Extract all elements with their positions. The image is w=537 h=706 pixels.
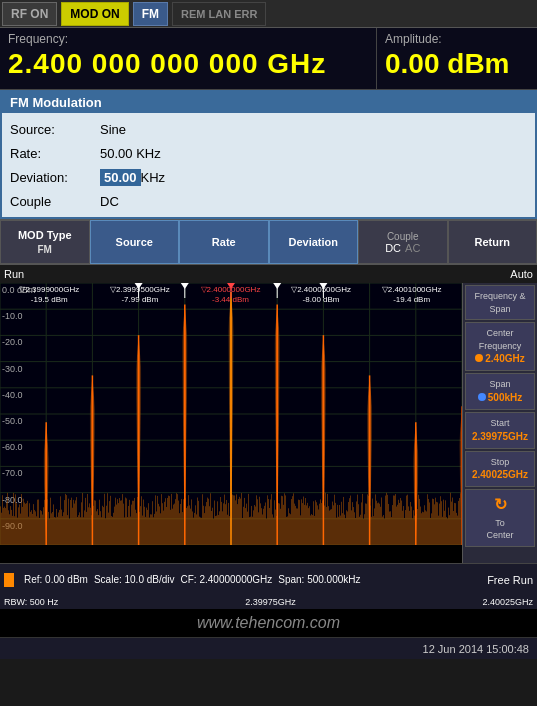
stop-title: Stop: [468, 456, 532, 469]
fm-params: Source: Sine Rate: 50.00 KHz Deviation: …: [2, 113, 535, 217]
span-button[interactable]: Span 500kHz: [465, 373, 535, 410]
spectrum-area: Run Auto ▽2.3999000GHz -19.5 dBm ▽2.3999…: [0, 265, 537, 563]
fm-couple-row: Couple DC: [10, 189, 527, 213]
fm-rate-value: 50.00 KHz: [100, 146, 161, 161]
spectrum-top-bar: Run Auto: [0, 265, 537, 283]
center-freq-val: 2.40GHz: [485, 353, 524, 364]
fm-couple-label: Couple: [10, 194, 100, 209]
stop-freq-label: 2.40025GHz: [482, 597, 533, 607]
deviation-button[interactable]: Deviation: [269, 220, 359, 264]
amplitude-section: Amplitude: 0.00 dBm: [377, 28, 537, 89]
start-freq-label: 2.39975GHz: [245, 597, 296, 607]
datetime-text: 12 Jun 2014 15:00:48: [423, 643, 529, 655]
mod-type-label: MOD Type: [18, 228, 72, 242]
fm-button[interactable]: FM: [133, 2, 168, 26]
center-freq-dot: [475, 354, 483, 362]
fm-source-value: Sine: [100, 122, 126, 137]
frequency-section: Frequency: 2.400 000 000 000 GHz: [0, 28, 377, 89]
status-bar: Ref: 0.00 dBm Scale: 10.0 dB/div CF: 2.4…: [0, 563, 537, 595]
deviation-label: Deviation: [288, 235, 338, 249]
amplitude-value: 0.00 dBm: [385, 48, 529, 80]
mod-type-button[interactable]: MOD Type FM: [0, 220, 90, 264]
top-bar: RF ON MOD ON FM REM LAN ERR: [0, 0, 537, 28]
start-val: 2.39975GHz: [468, 430, 532, 444]
freq-amp-row: Frequency: 2.400 000 000 000 GHz Amplitu…: [0, 28, 537, 90]
fm-couple-value: DC: [100, 194, 119, 209]
couple-label: Couple: [387, 231, 419, 242]
frequency-value: 2.400 000 000 000 GHz: [8, 48, 368, 80]
auto-label: Auto: [510, 268, 533, 280]
free-run-status: Free Run: [487, 574, 533, 586]
fm-modulation-panel: FM Modulation Source: Sine Rate: 50.00 K…: [0, 90, 537, 219]
watermark: www.tehencom.com: [0, 609, 537, 637]
rate-label: Rate: [212, 235, 236, 249]
right-panel: Frequency &Span CenterFrequency 2.40GHz …: [462, 283, 537, 563]
spectrum-canvas-wrap: ▽2.3999000GHz -19.5 dBm ▽2.3999500GHz -7…: [0, 283, 537, 563]
rate-button[interactable]: Rate: [179, 220, 269, 264]
mod-type-value: FM: [38, 243, 52, 256]
amplitude-label: Amplitude:: [385, 32, 529, 46]
span-val: 500kHz: [488, 392, 522, 403]
to-center-title: ToCenter: [468, 517, 532, 542]
center-freq-button[interactable]: CenterFrequency 2.40GHz: [465, 322, 535, 371]
fm-rate-row: Rate: 50.00 KHz: [10, 141, 527, 165]
frequency-label: Frequency:: [8, 32, 368, 46]
freq-span-title: Frequency &Span: [468, 290, 532, 315]
fm-panel-title: FM Modulation: [2, 92, 535, 113]
fm-source-row: Source: Sine: [10, 117, 527, 141]
fm-deviation-row: Deviation: 50.00KHz: [10, 165, 527, 189]
span-title: Span: [468, 378, 532, 391]
fm-deviation-label: Deviation:: [10, 170, 100, 185]
fm-deviation-value[interactable]: 50.00: [100, 169, 141, 186]
stop-val: 2.40025GHz: [468, 468, 532, 482]
stop-button[interactable]: Stop 2.40025GHz: [465, 451, 535, 488]
ref-status: Ref: 0.00 dBm: [24, 574, 88, 585]
cf-status: CF: 2.40000000GHz: [181, 574, 273, 585]
modon-button[interactable]: MOD ON: [61, 2, 128, 26]
rfon-button[interactable]: RF ON: [2, 2, 57, 26]
button-bar: MOD Type FM Source Rate Deviation Couple…: [0, 219, 537, 265]
source-button[interactable]: Source: [90, 220, 180, 264]
spectrum-canvas: [0, 283, 462, 545]
to-center-icon: ↻: [468, 494, 532, 516]
fm-rate-label: Rate:: [10, 146, 100, 161]
couple-button[interactable]: Couple DC AC: [358, 220, 448, 264]
return-label: Return: [475, 235, 510, 249]
fm-source-label: Source:: [10, 122, 100, 137]
status-indicator: [4, 573, 14, 587]
to-center-button[interactable]: ↻ ToCenter: [465, 489, 535, 547]
freq-span-button[interactable]: Frequency &Span: [465, 285, 535, 320]
source-label: Source: [116, 235, 153, 249]
scale-status: Scale: 10.0 dB/div: [94, 574, 175, 585]
start-title: Start: [468, 417, 532, 430]
center-freq-title: CenterFrequency: [468, 327, 532, 352]
couple-ac: AC: [405, 242, 420, 254]
rem-lan-err-button[interactable]: REM LAN ERR: [172, 2, 266, 26]
run-label: Run: [4, 268, 24, 280]
fm-deviation-unit: KHz: [141, 170, 166, 185]
start-button[interactable]: Start 2.39975GHz: [465, 412, 535, 449]
span-dot: [478, 393, 486, 401]
couple-dc: DC: [385, 242, 401, 254]
rbw-status: RBW: 500 Hz: [4, 597, 58, 607]
watermark-text: www.tehencom.com: [197, 614, 340, 632]
return-button[interactable]: Return: [448, 220, 538, 264]
span-status: Span: 500.000kHz: [278, 574, 360, 585]
datetime-bar: 12 Jun 2014 15:00:48: [0, 637, 537, 659]
